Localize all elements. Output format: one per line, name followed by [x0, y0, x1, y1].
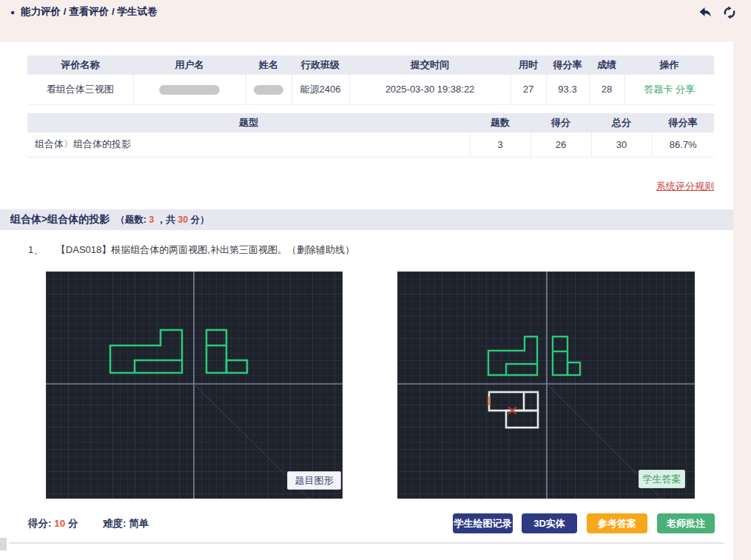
col-submit-time: 提交时间 [349, 55, 511, 75]
submit-time-cell: 2025-03-30 19:38:22 [349, 75, 511, 104]
score-value: 10 [54, 518, 65, 529]
time-used-cell: 27 [511, 75, 546, 104]
score-rate-cell: 93.3 [546, 75, 589, 104]
type-data-row: 组合体〉组合体的投影 3 26 30 86.7% [27, 132, 714, 157]
class-cell: 能源2406 [292, 75, 349, 104]
student-answer-canvas: 学生答案 [397, 271, 695, 499]
col-time-used: 用时 [511, 55, 546, 75]
difficulty-label: 难度: [103, 518, 127, 529]
realname-cell [246, 75, 292, 104]
col-earned-score: 得分 [531, 113, 591, 132]
col-score-rate: 得分率 [546, 55, 589, 75]
section-total-score: 30 [178, 215, 188, 225]
col-realname: 姓名 [246, 55, 292, 75]
eval-name-cell: 看组合体三视图 [27, 75, 133, 104]
question-type-cell: 组合体〉组合体的投影 [27, 132, 470, 157]
refresh-icon[interactable] [721, 4, 738, 21]
bullet-icon: ● [10, 8, 15, 16]
question-text: 【DAS018】根据组合体的两面视图,补出第三面视图。（删除辅助线） [56, 244, 354, 255]
score-unit: 分 [68, 518, 78, 529]
summary-table: 评价名称 用户名 姓名 行政班级 提交时间 用时 得分率 成绩 操作 看组合体三… [27, 55, 714, 105]
summary-header-row: 评价名称 用户名 姓名 行政班级 提交时间 用时 得分率 成绩 操作 [27, 55, 714, 75]
breadcrumb-text: 能力评价 / 查看评价 / 学生试卷 [21, 5, 158, 18]
section-title: 组合体>组合体的投影 [10, 213, 110, 226]
reference-answer-button[interactable]: 参考答案 [587, 513, 647, 533]
score-line: 得分: 10 分 难度: 简单 [28, 517, 149, 530]
col-class: 行政班级 [292, 55, 349, 75]
meta-close: 分） [191, 215, 209, 225]
content-panel: 评价名称 用户名 姓名 行政班级 提交时间 用时 得分率 成绩 操作 看组合体三… [0, 42, 733, 560]
earned-score-cell: 26 [531, 132, 591, 157]
summary-data-row: 看组合体三视图 能源2406 2025-03-30 19:38:22 27 93… [27, 75, 714, 104]
section-header: 组合体>组合体的投影 （题数: 3 ，共 30 分） [0, 209, 733, 230]
student-answer-tag: 学生答案 [639, 470, 685, 488]
meta-open: （题数: [115, 215, 147, 225]
total-score-cell: 30 [591, 132, 652, 157]
question-count-cell: 3 [470, 132, 531, 157]
section-question-count: 3 [149, 215, 154, 225]
student-answer-drawing [397, 271, 695, 499]
problem-figure-drawing [46, 271, 343, 499]
scoring-rules-link[interactable]: 系统评分规则 [656, 180, 714, 193]
score-label: 得分: [28, 518, 52, 529]
actions-cell: 答题卡 分享 [624, 75, 714, 104]
username-redacted-blob [159, 85, 220, 95]
col-score: 成绩 [589, 55, 624, 75]
question-type-table: 题型 题数 得分 总分 得分率 组合体〉组合体的投影 3 26 30 86.7% [27, 113, 714, 158]
col-actions: 操作 [624, 55, 714, 75]
col-username: 用户名 [133, 55, 246, 75]
col-question-type: 题型 [27, 113, 470, 132]
student-drawing-record-button[interactable]: 学生绘图记录 [453, 513, 513, 533]
col-rate: 得分率 [652, 113, 714, 132]
col-total-score: 总分 [591, 113, 652, 132]
breadcrumb: ● 能力评价 / 查看评价 / 学生试卷 [10, 5, 158, 18]
teacher-annotation-button[interactable]: 老师批注 [657, 513, 715, 533]
rate-cell: 86.7% [652, 132, 714, 157]
section-divider [9, 542, 724, 544]
answer-card-link[interactable]: 答题卡 [644, 84, 673, 95]
next-section-edge [0, 538, 7, 550]
col-question-count: 题数 [470, 113, 531, 132]
question-line: 1、 【DAS018】根据组合体的两面视图,补出第三面视图。（删除辅助线） [28, 243, 354, 257]
section-meta: （题数: 3 ，共 30 分） [115, 214, 209, 226]
share-link[interactable]: 分享 [676, 84, 695, 95]
problem-figure-canvas: 题目图形 [46, 271, 343, 499]
question-number: 1、 [28, 244, 43, 255]
problem-figure-tag: 题目图形 [287, 471, 341, 490]
3d-solid-button[interactable]: 3D实体 [522, 513, 577, 533]
col-eval-name: 评价名称 [27, 55, 133, 75]
username-cell [133, 75, 246, 104]
difficulty-value: 简单 [129, 518, 149, 529]
type-header-row: 题型 题数 得分 总分 得分率 [27, 113, 714, 132]
score-cell: 28 [589, 75, 624, 104]
realname-redacted-blob [254, 85, 283, 95]
back-icon[interactable] [697, 4, 713, 21]
meta-comma: ，共 [157, 215, 175, 225]
